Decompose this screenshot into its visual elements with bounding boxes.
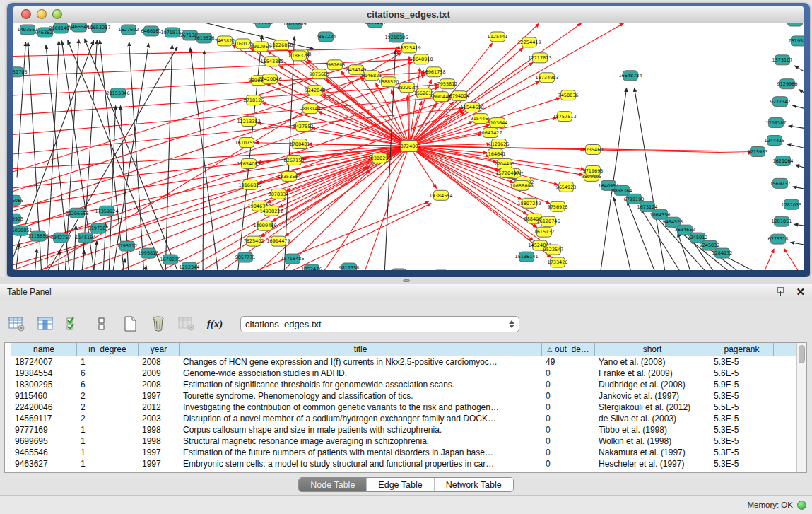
table-cell[interactable]: 9777169 [11, 425, 77, 435]
network-node[interactable]: 9990448 [431, 92, 452, 102]
vertical-scrollbar[interactable] [796, 343, 806, 472]
table-cell[interactable]: 18300295 [11, 380, 77, 390]
network-node[interactable]: 1121626 [489, 139, 510, 149]
table-cell[interactable]: 0 [542, 414, 595, 424]
network-node[interactable]: 1700481 [290, 139, 310, 149]
tab-node-table[interactable]: Node Table [299, 478, 367, 491]
network-node[interactable]: 18053809 [283, 23, 306, 29]
table-cell[interactable]: 9463627 [11, 459, 77, 469]
table-cell[interactable]: 5.3E-5 [710, 459, 774, 469]
table-cell[interactable]: 1998 [139, 436, 180, 446]
network-node[interactable]: 1575107 [772, 55, 793, 65]
table-cell[interactable]: 5.6E-5 [710, 368, 774, 378]
column-header-title[interactable]: title [180, 343, 542, 356]
network-graph[interactable]: 1403557946362720691406946554610653287152… [13, 23, 804, 270]
network-node[interactable]: 8186328 [289, 51, 310, 61]
table-cell[interactable]: Structural magnetic resonance image aver… [180, 436, 542, 446]
table-mode-icon[interactable] [7, 314, 27, 334]
column-header-name[interactable]: name [11, 343, 77, 356]
network-node[interactable]: 19384554 [429, 190, 452, 200]
network-node[interactable]: 12217873 [528, 53, 551, 63]
column-header-out_de[interactable]: △out_de… [542, 343, 595, 356]
network-node[interactable]: 9197587 [88, 223, 109, 233]
network-node[interactable]: 17359924 [95, 206, 118, 216]
panel-divider[interactable] [0, 277, 812, 284]
table-row[interactable]: 1938455462009Genome-wide association stu… [11, 368, 796, 379]
close-window-button[interactable] [21, 9, 31, 19]
table-cell[interactable]: 0 [542, 380, 595, 390]
network-node[interactable]: 1284132 [712, 248, 733, 258]
network-node[interactable]: 3915925 [13, 214, 23, 223]
float-panel-icon[interactable] [775, 287, 786, 297]
select-attributes-icon[interactable] [64, 314, 83, 334]
table-cell[interactable]: Disruption of a novel member of a sodium… [180, 414, 542, 424]
network-node[interactable]: 2526065 [13, 195, 23, 205]
network-node[interactable]: 8427552 [293, 122, 314, 132]
table-cell[interactable]: Tibbo et al. (1998) [595, 425, 710, 435]
network-node[interactable]: 1292344 [180, 262, 200, 270]
network-node[interactable]: 1527602 [119, 25, 139, 35]
network-node[interactable]: 9857771 [235, 252, 256, 262]
network-node[interactable]: 7625402 [244, 236, 264, 246]
network-node[interactable]: 6794024 [449, 91, 470, 101]
table-row[interactable]: 1830029562008Estimation of significance … [11, 379, 796, 390]
table-cell[interactable]: 0 [542, 448, 595, 457]
table-row[interactable]: 946554611997Estimation of the future num… [11, 447, 796, 458]
network-node[interactable]: 1164641 [486, 148, 506, 158]
network-node[interactable]: 15136141 [514, 252, 538, 262]
table-cell[interactable]: 5.3E-5 [710, 436, 774, 446]
table-row[interactable]: 1456911722003Disruption of a novel membe… [11, 413, 796, 424]
network-node[interactable]: 1209387 [766, 118, 787, 128]
row-options-icon[interactable] [92, 314, 112, 334]
table-cell[interactable]: 1 [77, 425, 139, 435]
table-row[interactable]: 977716911998Corpus callosum shape and si… [11, 424, 796, 436]
network-node[interactable]: 2803144 [300, 104, 321, 114]
table-cell[interactable]: Stergiakouli et al. (2012) [595, 402, 710, 412]
table-cell[interactable]: 9115460 [11, 391, 77, 401]
table-cell[interactable]: 5.9E-5 [710, 380, 774, 390]
table-cell[interactable]: 2009 [139, 368, 180, 378]
network-node[interactable]: 18757513 [553, 112, 576, 122]
network-node[interactable]: 16914479 [266, 236, 290, 246]
close-panel-icon[interactable]: ✕ [796, 287, 805, 297]
table-cell[interactable]: 9699695 [11, 436, 77, 446]
table-cell[interactable]: Jankovic et al. (1997) [595, 391, 710, 401]
divider-grip-handle[interactable] [403, 279, 410, 282]
network-node[interactable]: 1795722 [117, 241, 138, 251]
table-row[interactable]: 2242004622012Investigating the contribut… [11, 402, 796, 413]
network-node[interactable]: 1995818 [139, 248, 159, 258]
network-node[interactable]: 1115686 [28, 231, 49, 241]
table-cell[interactable]: Dudbridge et al. (2008) [595, 380, 710, 390]
network-node[interactable]: 7463822 [215, 36, 235, 46]
table-cell[interactable]: 1998 [139, 425, 180, 435]
network-node[interactable]: 2204495 [495, 158, 515, 168]
delete-column-icon[interactable] [148, 314, 168, 334]
network-node[interactable]: 9215953 [748, 147, 768, 157]
network-node[interactable]: 16961758 [422, 67, 445, 77]
table-cell[interactable]: 2 [77, 414, 139, 424]
zoom-window-button[interactable] [52, 9, 62, 19]
network-node[interactable]: 1244415 [765, 136, 785, 146]
network-node[interactable]: 8235460 [583, 145, 604, 155]
table-cell[interactable]: Embryonic stem cells: a model to study s… [180, 459, 542, 469]
table-cell[interactable]: 6 [77, 368, 139, 378]
table-cell[interactable]: 1 [77, 448, 139, 457]
network-node[interactable]: 8813054 [365, 23, 386, 28]
network-node[interactable]: 8878334 [269, 189, 289, 199]
network-node[interactable]: 9654923 [556, 182, 577, 192]
network-node[interactable]: 6466161 [141, 26, 162, 36]
table-row[interactable]: 946362711997Embryonic stem cells: a mode… [11, 458, 796, 469]
network-node[interactable]: 9227342 [770, 97, 791, 107]
network-node[interactable]: 1615132 [534, 227, 555, 237]
table-cell[interactable]: 2008 [139, 380, 180, 390]
table-cell[interactable]: 9465546 [11, 448, 77, 457]
network-node[interactable]: 2718126 [244, 95, 264, 105]
network-node[interactable]: 10653287 [87, 23, 110, 33]
network-node[interactable]: 2967608 [325, 60, 346, 70]
table-cell[interactable]: 0 [542, 368, 595, 378]
table-cell[interactable]: 6 [77, 380, 139, 390]
table-cell[interactable]: 2003 [139, 414, 180, 424]
table-cell[interactable]: Changes of HCN gene expression and I(f) … [180, 357, 542, 367]
network-node[interactable]: 9522547 [543, 245, 564, 255]
network-node[interactable]: 19218506 [384, 33, 408, 42]
